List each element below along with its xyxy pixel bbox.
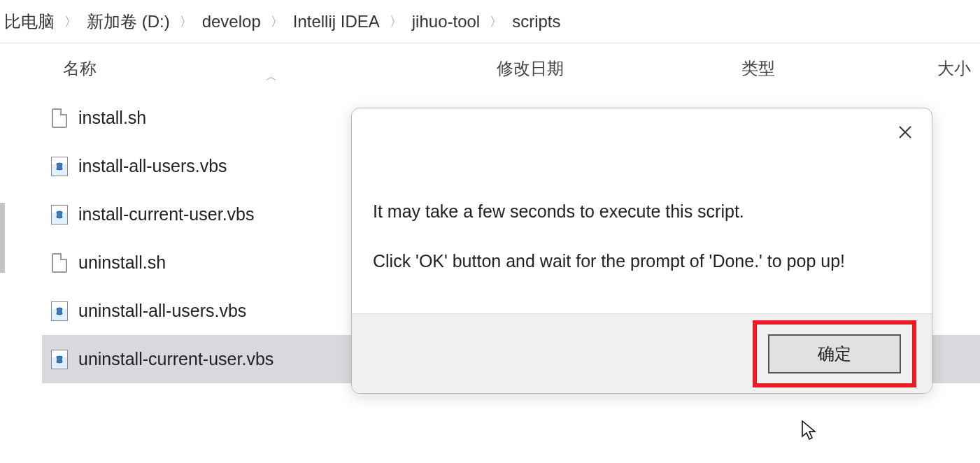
file-name: install-current-user.vbs — [78, 204, 254, 225]
column-header-type[interactable]: 类型 — [741, 57, 937, 80]
chevron-right-icon: 〉 — [174, 13, 198, 30]
vbs-file-icon — [49, 204, 70, 225]
file-icon — [49, 252, 70, 273]
file-name: install.sh — [78, 108, 146, 128]
file-name: uninstall-current-user.vbs — [78, 349, 274, 369]
breadcrumb-item[interactable]: develop — [198, 12, 265, 31]
chevron-right-icon: 〉 — [59, 13, 83, 30]
file-name: uninstall.sh — [78, 252, 166, 273]
breadcrumb-item[interactable]: 新加卷 (D:) — [83, 10, 174, 33]
cursor-icon — [801, 420, 818, 445]
chevron-up-icon: ︿ — [266, 70, 277, 85]
file-name: uninstall-all-users.vbs — [78, 301, 246, 321]
vbs-file-icon — [49, 301, 70, 322]
ok-button[interactable]: 确定 — [768, 334, 901, 373]
scrollbar-indicator — [0, 203, 5, 273]
chevron-right-icon: 〉 — [265, 13, 289, 30]
breadcrumb: 比电脑 〉 新加卷 (D:) 〉 develop 〉 Intellij IDEA… — [0, 0, 980, 43]
column-header-name[interactable]: 名称 ︿ — [63, 57, 399, 80]
dialog-text-line: Click 'OK' button and wait for the promp… — [373, 249, 911, 273]
dialog-body: It may take a few seconds to execute thi… — [352, 108, 932, 273]
close-icon[interactable] — [894, 121, 916, 143]
chevron-right-icon: 〉 — [384, 13, 408, 30]
highlight-box: 确定 — [753, 320, 916, 387]
column-headers: 名称 ︿ 修改日期 类型 大小 — [0, 43, 980, 94]
breadcrumb-item[interactable]: 比电脑 — [0, 10, 59, 33]
message-dialog: It may take a few seconds to execute thi… — [351, 108, 932, 394]
dialog-footer: 确定 — [352, 313, 932, 393]
vbs-file-icon — [49, 156, 70, 177]
breadcrumb-item[interactable]: Intellij IDEA — [289, 12, 384, 31]
column-label: 名称 — [63, 59, 97, 78]
dialog-text-line: It may take a few seconds to execute thi… — [373, 199, 911, 224]
column-header-modified[interactable]: 修改日期 — [497, 57, 741, 80]
file-icon — [49, 108, 70, 129]
file-name: install-all-users.vbs — [78, 156, 227, 176]
chevron-right-icon: 〉 — [484, 13, 508, 30]
vbs-file-icon — [49, 349, 70, 370]
breadcrumb-item[interactable]: jihuo-tool — [408, 12, 484, 31]
column-header-size[interactable]: 大小 — [937, 57, 980, 80]
breadcrumb-item[interactable]: scripts — [508, 12, 564, 31]
